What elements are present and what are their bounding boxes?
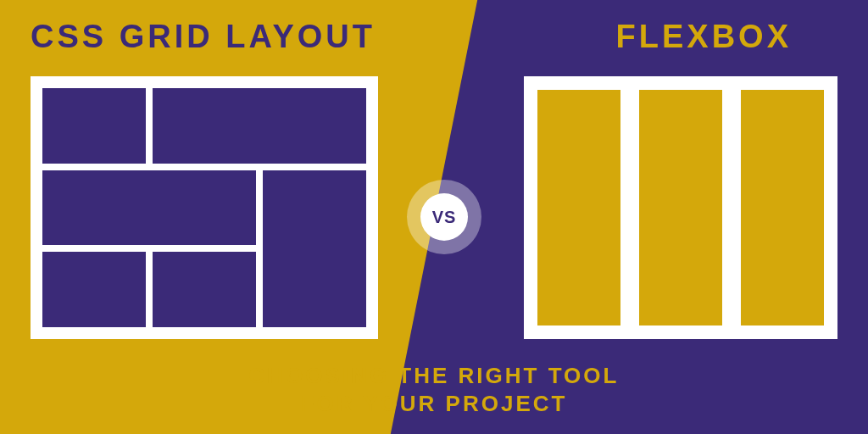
flex-column xyxy=(741,90,824,326)
grid-title: CSS GRID LAYOUT xyxy=(31,19,376,55)
flexbox-title: FLEXBOX xyxy=(616,19,792,55)
grid-layout-illustration xyxy=(31,76,378,339)
grid-cell xyxy=(153,252,256,327)
grid-cell xyxy=(42,88,146,164)
grid-cell xyxy=(42,170,256,246)
grid-cell xyxy=(42,252,146,327)
subtitle-line-1: CHOOSING THE RIGHT TOOL xyxy=(0,362,868,390)
grid-cell xyxy=(263,170,366,327)
flexbox-illustration xyxy=(524,76,837,339)
vs-label: VS xyxy=(420,193,468,241)
subtitle: CHOOSING THE RIGHT TOOL FOR YOUR PROJECT xyxy=(0,362,868,417)
flex-column xyxy=(639,90,722,326)
subtitle-line-2: FOR YOUR PROJECT xyxy=(0,390,868,418)
grid-cell xyxy=(153,88,366,164)
vs-badge: VS xyxy=(407,180,481,254)
flex-column xyxy=(537,90,620,326)
